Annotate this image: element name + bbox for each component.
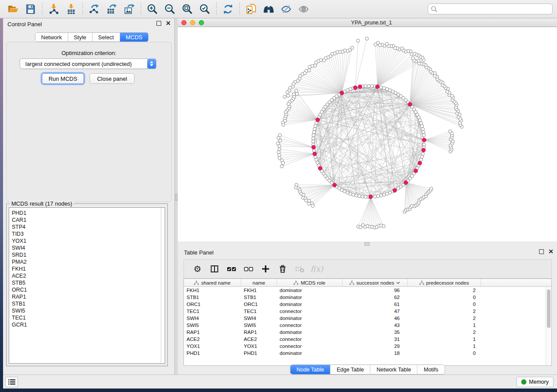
dominator-node[interactable] [353, 86, 357, 89]
network-node[interactable] [374, 43, 377, 46]
table-row-SWI4[interactable]: SWI4SWI4dominator462 [184, 315, 551, 322]
network-node[interactable] [308, 202, 311, 205]
network-canvas[interactable] [178, 27, 557, 241]
network-node[interactable] [380, 194, 383, 197]
dominator-node[interactable] [311, 145, 315, 149]
tab-network-table[interactable]: Network Table [370, 365, 418, 374]
network-node[interactable] [322, 59, 325, 62]
network-node[interactable] [422, 143, 426, 146]
tab-edge-table[interactable]: Edge Table [331, 365, 370, 374]
table-settings-button[interactable]: ⚙ [191, 261, 204, 276]
dominator-node[interactable] [376, 85, 380, 89]
search-input[interactable] [438, 5, 550, 14]
tab-node-table[interactable]: Node Table [291, 365, 331, 374]
export-network-button[interactable] [86, 2, 103, 17]
network-node[interactable] [370, 85, 373, 88]
close-panel-button[interactable]: Close panel [90, 73, 135, 84]
network-node[interactable] [422, 131, 425, 134]
network-node[interactable] [380, 86, 383, 89]
select-all-button[interactable] [225, 261, 238, 276]
dominator-node[interactable] [393, 189, 397, 193]
zoom-fit-button[interactable] [179, 2, 196, 17]
apply-function-button[interactable]: f(x) [310, 261, 323, 276]
close-panel-icon[interactable]: ✕ [548, 249, 554, 254]
dominator-node[interactable] [332, 183, 336, 187]
network-graph[interactable] [178, 27, 557, 241]
network-node[interactable] [312, 137, 315, 140]
network-node[interactable] [281, 162, 284, 165]
horizontal-splitter[interactable] [178, 241, 557, 247]
network-node[interactable] [312, 131, 315, 134]
tab-select[interactable]: Select [93, 33, 120, 41]
zoom-out-button[interactable] [161, 2, 179, 17]
open-file-button[interactable] [4, 2, 22, 17]
network-node[interactable] [286, 91, 289, 94]
table-row-FKH1[interactable]: FKH1FKH1dominator962 [184, 287, 551, 294]
network-node[interactable] [313, 127, 316, 131]
add-column-button[interactable] [259, 261, 272, 276]
column-header-name[interactable]: name [241, 279, 277, 286]
network-node[interactable] [382, 225, 385, 228]
zoom-in-button[interactable] [144, 2, 161, 17]
memory-button[interactable]: Memory [516, 377, 554, 387]
network-node[interactable] [311, 204, 314, 207]
network-node[interactable] [352, 193, 355, 196]
column-layout-button[interactable] [208, 261, 221, 276]
column-header-predecessor-nodes[interactable]: predecessor nodes [408, 279, 481, 286]
network-node[interactable] [421, 152, 424, 155]
table-row-TEC1[interactable]: TEC1TEC1connector472 [184, 308, 551, 315]
network-node[interactable] [315, 61, 318, 64]
splitter-grip[interactable] [175, 194, 177, 201]
float-panel-icon[interactable] [156, 21, 161, 26]
network-node[interactable] [314, 64, 317, 67]
dominator-node[interactable] [418, 161, 422, 165]
dominator-node[interactable] [358, 85, 362, 89]
deselect-all-button[interactable] [242, 261, 255, 276]
dominator-node[interactable] [340, 91, 344, 95]
close-panel-icon[interactable]: ✕ [166, 21, 171, 26]
table-row-YOX1[interactable]: YOX1YOX1connector291 [184, 343, 551, 350]
tab-network[interactable]: Network [35, 33, 68, 41]
dominator-node[interactable] [369, 195, 373, 199]
network-node[interactable] [420, 155, 423, 158]
network-node[interactable] [377, 195, 380, 198]
table-row-RAP1[interactable]: RAP1RAP1dominator352 [184, 329, 551, 336]
optimization-criterion-select[interactable]: largest connected component (undirected) [20, 58, 156, 69]
network-node[interactable] [314, 124, 317, 127]
delete-column-button[interactable] [276, 261, 289, 276]
network-node[interactable] [356, 39, 360, 42]
delete-table-button[interactable] [293, 261, 306, 276]
network-node[interactable] [367, 84, 370, 87]
dominator-node[interactable] [422, 148, 426, 152]
network-node[interactable] [278, 144, 281, 148]
export-table-button[interactable] [103, 2, 121, 17]
network-node[interactable] [283, 95, 286, 98]
network-node[interactable] [422, 134, 426, 137]
splitter-grip[interactable] [364, 242, 370, 246]
table-scrollbar[interactable] [546, 287, 551, 365]
tab-style[interactable]: Style [68, 33, 93, 41]
save-session-button[interactable] [22, 2, 39, 17]
network-node[interactable] [421, 127, 424, 131]
table-row-STB1[interactable]: STB1STB1dominator620 [184, 294, 551, 301]
network-node[interactable] [430, 187, 433, 190]
network-node[interactable] [282, 123, 285, 126]
network-node[interactable] [449, 130, 452, 133]
network-node[interactable] [361, 195, 364, 198]
network-node[interactable] [287, 94, 290, 97]
network-node[interactable] [364, 195, 367, 198]
network-node[interactable] [365, 37, 368, 40]
network-node[interactable] [295, 92, 298, 95]
run-mcds-button[interactable]: Run MCDS [42, 73, 84, 84]
window-minimize-button[interactable] [190, 20, 195, 25]
import-network-button[interactable] [45, 2, 62, 17]
dominator-node[interactable] [318, 166, 322, 170]
task-history-button[interactable] [5, 377, 18, 387]
table-row-ACE2[interactable]: ACE2ACE2connector311 [184, 336, 551, 343]
import-table-button[interactable] [62, 2, 80, 17]
network-node[interactable] [308, 199, 311, 202]
tab-mcds[interactable]: MCDS [120, 33, 148, 41]
export-image-button[interactable] [121, 2, 138, 17]
network-node[interactable] [278, 148, 281, 151]
clone-network-button[interactable] [242, 2, 260, 17]
